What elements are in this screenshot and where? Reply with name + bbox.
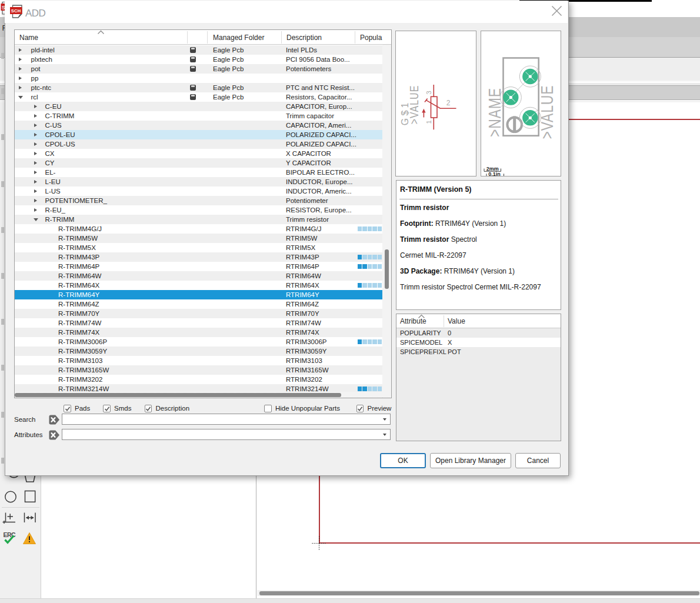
svg-text:0.1in: 0.1in [488,171,501,176]
svg-text:ERC: ERC [4,531,16,538]
svg-text:2: 2 [446,99,451,107]
svg-text:3: 3 [425,91,432,94]
svg-text:>VALUE: >VALUE [537,85,556,139]
svg-text:1: 1 [425,120,432,124]
svg-text:SCH: SCH [11,8,21,14]
svg-text:>VALUE: >VALUE [407,85,421,125]
svg-text:>NAME: >NAME [485,88,504,137]
